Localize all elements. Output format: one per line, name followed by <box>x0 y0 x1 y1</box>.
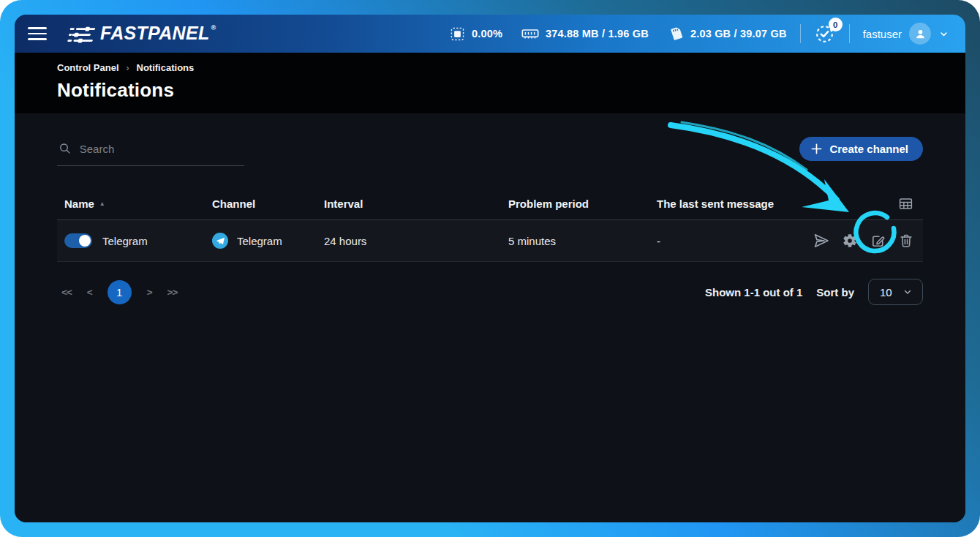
columns-settings-button[interactable] <box>897 195 914 213</box>
row-enabled-toggle[interactable] <box>64 233 92 248</box>
ram-value: 374.88 MB / 1.96 GB <box>546 28 649 40</box>
column-header-interval[interactable]: Interval <box>324 198 508 210</box>
toolbar: Create channel <box>57 137 923 166</box>
create-channel-label: Create channel <box>829 143 908 155</box>
logo-registered-mark: ® <box>211 24 216 31</box>
breadcrumb: Control Panel › Notifications <box>57 62 923 73</box>
cpu-value: 0.00% <box>472 28 502 40</box>
topbar-separator <box>800 24 801 43</box>
settings-button[interactable] <box>842 232 858 249</box>
sort-by-label: Sort by <box>816 286 854 298</box>
settings-icon <box>842 233 858 249</box>
search-icon <box>59 141 72 156</box>
menu-icon[interactable] <box>25 23 50 45</box>
user-avatar-icon <box>909 23 931 45</box>
app-window: FASTPANEL ® 0.00% <box>15 15 965 522</box>
breadcrumb-notifications[interactable]: Notifications <box>137 62 195 73</box>
chevron-down-icon <box>938 29 949 40</box>
column-header-channel[interactable]: Channel <box>212 198 324 210</box>
delete-icon <box>898 233 914 249</box>
page-first-button[interactable]: << <box>61 287 72 298</box>
tasks-button[interactable]: 0 <box>814 23 836 45</box>
column-header-last-sent[interactable]: The last sent message <box>657 198 813 210</box>
table-row-telegram: Telegram Telegram 24 hours 5 minutes - <box>57 220 923 262</box>
search-field[interactable] <box>57 137 244 166</box>
table-header-row: Name ▲ Channel Interval Problem period T… <box>57 188 923 220</box>
row-interval: 24 hours <box>324 235 508 247</box>
row-channel: Telegram <box>237 235 282 247</box>
user-menu[interactable]: fastuser <box>863 23 949 45</box>
page-last-button[interactable]: >> <box>167 287 178 298</box>
table-footer: << < 1 > >> Shown 1-1 out of 1 Sort by 1… <box>57 279 923 305</box>
disk-stat[interactable]: 2.03 GB / 39.07 GB <box>668 26 787 42</box>
page-current[interactable]: 1 <box>108 280 132 304</box>
per-page-select[interactable]: 10 <box>868 279 923 305</box>
per-page-value: 10 <box>880 286 892 298</box>
send-icon <box>813 232 830 249</box>
send-test-button[interactable] <box>813 232 830 249</box>
row-problem-period: 5 minutes <box>508 235 657 247</box>
disk-icon <box>668 26 684 42</box>
cpu-icon <box>450 26 465 42</box>
tasks-badge: 0 <box>829 18 843 31</box>
pagination: << < 1 > >> <box>57 280 177 304</box>
logo-equalizer-icon <box>67 26 97 45</box>
channels-table: Name ▲ Channel Interval Problem period T… <box>57 188 923 262</box>
column-header-name[interactable]: Name ▲ <box>57 198 212 210</box>
page-body: Create channel Name ▲ Channel Interval P… <box>15 113 965 522</box>
sort-asc-icon: ▲ <box>99 201 105 207</box>
app-frame: FASTPANEL ® 0.00% <box>0 0 980 537</box>
ram-icon <box>521 26 539 41</box>
row-name: Telegram <box>102 235 148 247</box>
column-header-problem-period[interactable]: Problem period <box>508 198 657 210</box>
row-last-sent-message: - <box>657 235 813 247</box>
search-input[interactable] <box>80 143 243 155</box>
page-next-button[interactable]: > <box>147 287 152 298</box>
plus-icon <box>811 143 822 154</box>
create-channel-button[interactable]: Create channel <box>799 137 923 161</box>
page-title: Notifications <box>57 79 923 102</box>
delete-button[interactable] <box>898 232 914 249</box>
columns-icon <box>898 196 913 211</box>
username: fastuser <box>863 28 902 40</box>
page-prev-button[interactable]: < <box>87 287 92 298</box>
fastpanel-logo[interactable]: FASTPANEL ® <box>69 23 216 45</box>
title-strip: Control Panel › Notifications Notificati… <box>15 53 965 113</box>
ram-stat[interactable]: 374.88 MB / 1.96 GB <box>521 26 649 41</box>
shown-count-label: Shown 1-1 out of 1 <box>705 286 802 298</box>
chevron-down-icon <box>902 287 913 297</box>
column-label: Name <box>64 198 94 210</box>
logo-text: FASTPANEL <box>100 23 209 42</box>
telegram-icon <box>212 233 228 249</box>
disk-value: 2.03 GB / 39.07 GB <box>690 28 787 40</box>
edit-button[interactable] <box>870 232 886 249</box>
server-stats: 0.00% 374.88 MB / 1.96 GB <box>450 26 787 42</box>
edit-icon <box>870 233 886 249</box>
breadcrumb-separator-icon: › <box>127 63 129 73</box>
cpu-stat[interactable]: 0.00% <box>450 26 502 42</box>
topbar-separator <box>849 24 850 43</box>
topbar: FASTPANEL ® 0.00% <box>15 15 965 53</box>
breadcrumb-control-panel[interactable]: Control Panel <box>57 62 119 73</box>
